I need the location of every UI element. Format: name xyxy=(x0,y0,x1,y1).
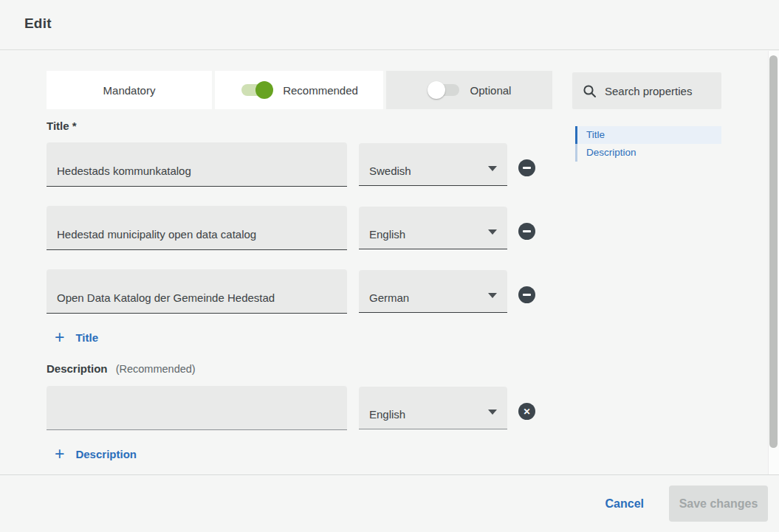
language-select-description[interactable]: English xyxy=(359,387,507,429)
filter-optional-label: Optional xyxy=(470,84,512,97)
title-input-german[interactable] xyxy=(47,269,347,314)
chevron-down-icon xyxy=(488,166,497,171)
chevron-down-icon xyxy=(488,293,497,298)
description-input-english[interactable] xyxy=(47,386,347,430)
plus-icon: + xyxy=(55,446,64,461)
scrollbar-track[interactable] xyxy=(768,51,779,474)
search-properties[interactable] xyxy=(572,72,721,109)
filter-mandatory[interactable]: Mandatory xyxy=(47,71,212,109)
remove-title-german-button[interactable] xyxy=(518,286,535,303)
title-field-label: Title * xyxy=(47,120,77,132)
language-select-german[interactable]: German xyxy=(359,270,507,313)
optional-toggle-icon[interactable] xyxy=(428,81,461,99)
chevron-down-icon xyxy=(488,229,497,235)
remove-description-button[interactable]: ✕ xyxy=(518,403,535,420)
save-changes-button[interactable]: Save changes xyxy=(669,486,768,522)
filter-recommended-label: Recommended xyxy=(283,84,358,97)
close-icon: ✕ xyxy=(523,407,530,416)
filter-recommended[interactable]: Recommended xyxy=(215,71,383,109)
cancel-button[interactable]: Cancel xyxy=(595,490,654,518)
minus-icon xyxy=(523,167,531,169)
edit-dialog: Edit Mandatory Recommended Optional Titl… xyxy=(0,0,779,532)
dialog-header: Edit xyxy=(0,0,779,50)
remove-title-english-button[interactable] xyxy=(518,223,535,240)
filter-optional[interactable]: Optional xyxy=(386,71,552,109)
page-title: Edit xyxy=(24,15,52,32)
search-input[interactable] xyxy=(605,85,711,97)
plus-icon: + xyxy=(55,330,64,345)
chevron-down-icon xyxy=(488,410,497,415)
title-input-english[interactable] xyxy=(47,206,347,250)
add-title-button[interactable]: + Title xyxy=(55,328,98,347)
scrollbar-thumb[interactable] xyxy=(769,55,778,448)
title-input-swedish[interactable] xyxy=(47,142,347,187)
filter-mandatory-label: Mandatory xyxy=(103,84,156,97)
nav-item-description[interactable]: Description xyxy=(575,144,721,162)
language-select-english[interactable]: English xyxy=(359,207,507,249)
nav-item-title[interactable]: Title xyxy=(575,126,721,144)
recommended-badge: (Recommended) xyxy=(116,363,196,375)
minus-icon xyxy=(523,230,531,232)
add-description-button[interactable]: + Description xyxy=(55,444,137,463)
property-nav: Title Description xyxy=(575,126,721,162)
minus-icon xyxy=(523,294,531,296)
required-marker: * xyxy=(72,120,77,132)
recommended-toggle-icon[interactable] xyxy=(240,81,273,99)
language-select-swedish[interactable]: Swedish xyxy=(359,143,507,186)
remove-title-swedish-button[interactable] xyxy=(518,159,535,176)
search-icon xyxy=(583,84,597,98)
description-field-label: Description (Recommended) xyxy=(47,362,196,375)
dialog-footer: Cancel Save changes xyxy=(0,474,779,532)
